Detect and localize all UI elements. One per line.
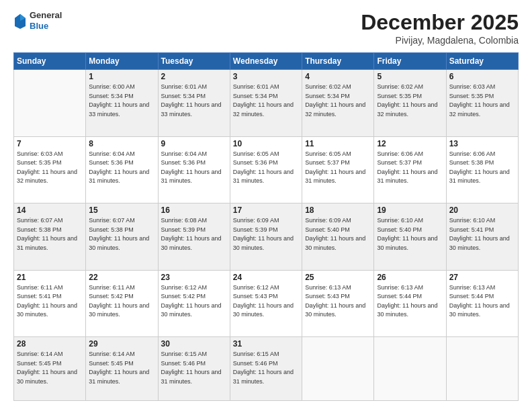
table-row: 24Sunrise: 6:12 AMSunset: 5:43 PMDayligh…	[230, 270, 302, 337]
day-number: 16	[161, 205, 227, 215]
header: General Blue December 2025 Pivijay, Magd…	[13, 10, 519, 46]
day-number: 22	[89, 273, 154, 282]
day-info: Sunrise: 6:02 AMSunset: 5:34 PMDaylight:…	[305, 83, 371, 119]
calendar-week-row: 7Sunrise: 6:03 AMSunset: 5:35 PMDaylight…	[14, 136, 519, 203]
day-info: Sunrise: 6:02 AMSunset: 5:35 PMDaylight:…	[377, 83, 443, 119]
day-number: 24	[233, 273, 299, 282]
logo-text: General Blue	[30, 10, 62, 31]
day-info: Sunrise: 6:01 AMSunset: 5:34 PMDaylight:…	[161, 83, 227, 119]
day-number: 25	[305, 273, 371, 282]
day-number: 28	[17, 339, 83, 349]
day-number: 12	[377, 139, 443, 148]
day-number: 4	[305, 72, 371, 81]
day-info: Sunrise: 6:03 AMSunset: 5:35 PMDaylight:…	[449, 83, 515, 119]
day-number: 14	[17, 205, 83, 215]
calendar-table: Sunday Monday Tuesday Wednesday Thursday…	[13, 52, 519, 401]
table-row: 26Sunrise: 6:13 AMSunset: 5:44 PMDayligh…	[374, 270, 446, 337]
day-info: Sunrise: 6:07 AMSunset: 5:38 PMDaylight:…	[17, 216, 83, 253]
day-info: Sunrise: 6:05 AMSunset: 5:37 PMDaylight:…	[305, 150, 371, 186]
logo: General Blue	[13, 10, 62, 31]
day-number: 30	[161, 339, 227, 349]
table-row	[446, 337, 518, 401]
day-number: 26	[377, 273, 443, 282]
table-row: 15Sunrise: 6:07 AMSunset: 5:38 PMDayligh…	[86, 203, 158, 271]
table-row: 19Sunrise: 6:10 AMSunset: 5:40 PMDayligh…	[374, 203, 446, 271]
table-row: 31Sunrise: 6:15 AMSunset: 5:46 PMDayligh…	[230, 337, 302, 401]
col-tuesday: Tuesday	[158, 53, 230, 70]
day-info: Sunrise: 6:10 AMSunset: 5:40 PMDaylight:…	[377, 216, 443, 253]
table-row: 1Sunrise: 6:00 AMSunset: 5:34 PMDaylight…	[86, 70, 158, 137]
table-row: 14Sunrise: 6:07 AMSunset: 5:38 PMDayligh…	[14, 203, 86, 271]
calendar-week-row: 21Sunrise: 6:11 AMSunset: 5:41 PMDayligh…	[14, 270, 519, 337]
table-row: 3Sunrise: 6:01 AMSunset: 5:34 PMDaylight…	[230, 70, 302, 137]
table-row: 22Sunrise: 6:11 AMSunset: 5:42 PMDayligh…	[86, 270, 158, 337]
calendar-week-row: 14Sunrise: 6:07 AMSunset: 5:38 PMDayligh…	[14, 203, 519, 271]
day-number: 21	[17, 273, 83, 282]
table-row: 10Sunrise: 6:05 AMSunset: 5:36 PMDayligh…	[230, 136, 302, 203]
table-row: 4Sunrise: 6:02 AMSunset: 5:34 PMDaylight…	[302, 70, 374, 137]
calendar-week-row: 28Sunrise: 6:14 AMSunset: 5:45 PMDayligh…	[14, 337, 519, 401]
col-friday: Friday	[374, 53, 446, 70]
day-number: 31	[233, 339, 299, 349]
day-number: 11	[305, 139, 371, 148]
day-info: Sunrise: 6:09 AMSunset: 5:40 PMDaylight:…	[305, 216, 371, 253]
table-row: 25Sunrise: 6:13 AMSunset: 5:43 PMDayligh…	[302, 270, 374, 337]
page: General Blue December 2025 Pivijay, Magd…	[0, 0, 532, 411]
table-row: 2Sunrise: 6:01 AMSunset: 5:34 PMDaylight…	[158, 70, 230, 137]
table-row	[14, 70, 86, 137]
day-info: Sunrise: 6:07 AMSunset: 5:38 PMDaylight:…	[89, 216, 154, 253]
day-info: Sunrise: 6:12 AMSunset: 5:42 PMDaylight:…	[161, 283, 227, 320]
table-row: 28Sunrise: 6:14 AMSunset: 5:45 PMDayligh…	[14, 337, 86, 401]
day-number: 17	[233, 205, 299, 215]
day-info: Sunrise: 6:13 AMSunset: 5:44 PMDaylight:…	[449, 283, 515, 320]
day-info: Sunrise: 6:14 AMSunset: 5:45 PMDaylight:…	[89, 350, 154, 386]
table-row: 18Sunrise: 6:09 AMSunset: 5:40 PMDayligh…	[302, 203, 374, 271]
calendar-header-row: Sunday Monday Tuesday Wednesday Thursday…	[14, 53, 519, 70]
day-info: Sunrise: 6:05 AMSunset: 5:36 PMDaylight:…	[233, 150, 299, 186]
table-row: 6Sunrise: 6:03 AMSunset: 5:35 PMDaylight…	[446, 70, 518, 137]
logo-icon	[13, 13, 27, 29]
day-info: Sunrise: 6:15 AMSunset: 5:46 PMDaylight:…	[161, 350, 227, 386]
month-title: December 2025	[361, 10, 519, 35]
table-row: 5Sunrise: 6:02 AMSunset: 5:35 PMDaylight…	[374, 70, 446, 137]
calendar-week-row: 1Sunrise: 6:00 AMSunset: 5:34 PMDaylight…	[14, 70, 519, 137]
day-number: 3	[233, 72, 299, 81]
day-info: Sunrise: 6:04 AMSunset: 5:36 PMDaylight:…	[161, 150, 227, 186]
day-info: Sunrise: 6:15 AMSunset: 5:46 PMDaylight:…	[233, 350, 299, 386]
day-info: Sunrise: 6:03 AMSunset: 5:35 PMDaylight:…	[17, 150, 83, 186]
col-monday: Monday	[86, 53, 158, 70]
day-number: 8	[89, 139, 154, 148]
day-info: Sunrise: 6:13 AMSunset: 5:43 PMDaylight:…	[305, 283, 371, 320]
table-row: 7Sunrise: 6:03 AMSunset: 5:35 PMDaylight…	[14, 136, 86, 203]
day-info: Sunrise: 6:00 AMSunset: 5:34 PMDaylight:…	[89, 83, 154, 119]
day-info: Sunrise: 6:09 AMSunset: 5:39 PMDaylight:…	[233, 216, 299, 253]
day-number: 7	[17, 139, 83, 148]
day-number: 2	[161, 72, 227, 81]
day-number: 9	[161, 139, 227, 148]
day-number: 20	[449, 205, 515, 215]
day-number: 18	[305, 205, 371, 215]
table-row: 9Sunrise: 6:04 AMSunset: 5:36 PMDaylight…	[158, 136, 230, 203]
table-row: 11Sunrise: 6:05 AMSunset: 5:37 PMDayligh…	[302, 136, 374, 203]
table-row	[302, 337, 374, 401]
day-number: 10	[233, 139, 299, 148]
table-row: 21Sunrise: 6:11 AMSunset: 5:41 PMDayligh…	[14, 270, 86, 337]
subtitle: Pivijay, Magdalena, Colombia	[361, 35, 519, 46]
day-number: 1	[89, 72, 154, 81]
day-number: 19	[377, 205, 443, 215]
day-number: 5	[377, 72, 443, 81]
table-row	[374, 337, 446, 401]
day-info: Sunrise: 6:06 AMSunset: 5:38 PMDaylight:…	[449, 150, 515, 186]
logo-general: General	[30, 10, 62, 20]
table-row: 27Sunrise: 6:13 AMSunset: 5:44 PMDayligh…	[446, 270, 518, 337]
day-info: Sunrise: 6:12 AMSunset: 5:43 PMDaylight:…	[233, 283, 299, 320]
title-area: December 2025 Pivijay, Magdalena, Colomb…	[361, 10, 519, 46]
day-info: Sunrise: 6:08 AMSunset: 5:39 PMDaylight:…	[161, 216, 227, 253]
day-number: 15	[89, 205, 154, 215]
table-row: 16Sunrise: 6:08 AMSunset: 5:39 PMDayligh…	[158, 203, 230, 271]
day-info: Sunrise: 6:14 AMSunset: 5:45 PMDaylight:…	[17, 350, 83, 386]
table-row: 8Sunrise: 6:04 AMSunset: 5:36 PMDaylight…	[86, 136, 158, 203]
table-row: 23Sunrise: 6:12 AMSunset: 5:42 PMDayligh…	[158, 270, 230, 337]
col-sunday: Sunday	[14, 53, 86, 70]
col-thursday: Thursday	[302, 53, 374, 70]
